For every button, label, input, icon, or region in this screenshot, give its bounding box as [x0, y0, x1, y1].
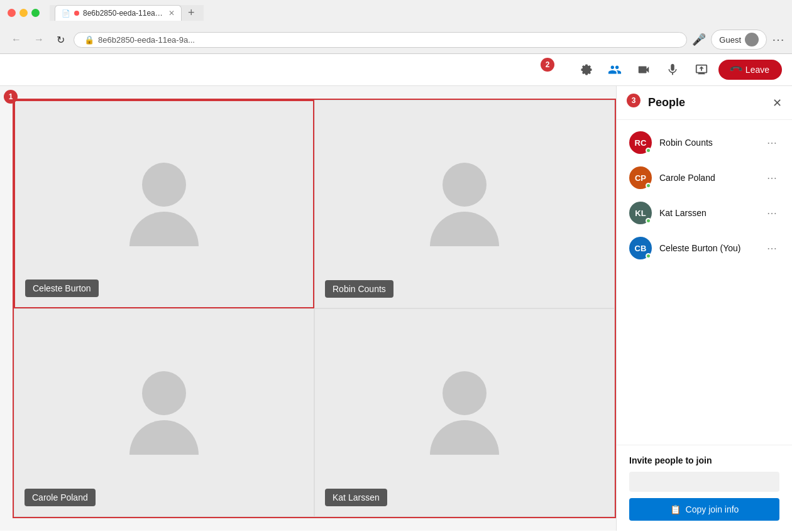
- share-screen-button[interactable]: [690, 59, 713, 80]
- online-indicator: [646, 218, 651, 224]
- person-name-carole: Carole Poland: [659, 173, 757, 183]
- page-icon: 📄: [62, 9, 70, 18]
- online-indicator: [646, 148, 651, 153]
- invite-section: Invite people to join 📋 Copy join info: [617, 445, 792, 531]
- person-more-robin[interactable]: ⋯: [764, 136, 779, 150]
- name-tag-celeste: Celeste Burton: [25, 280, 99, 297]
- tab-dot: [74, 11, 79, 16]
- close-traffic-light[interactable]: [8, 9, 16, 17]
- person-item-carole[interactable]: CP Carole Poland ⋯: [617, 160, 792, 195]
- mic-button[interactable]: [661, 59, 685, 80]
- leave-button[interactable]: 📞 Leave: [718, 60, 782, 80]
- video-grid: 1 Celeste Burton Robin Counts: [13, 99, 616, 518]
- traffic-lights: [8, 9, 40, 17]
- titlebar: 📄 8e6b2850-eeda-11ea-9a... ✕ +: [0, 0, 792, 26]
- guest-label: Guest: [719, 35, 741, 45]
- name-tag-robin: Robin Counts: [325, 280, 393, 298]
- back-button[interactable]: ←: [8, 33, 25, 46]
- person-more-carole[interactable]: ⋯: [764, 171, 779, 185]
- panel-header: 3 People ✕: [617, 86, 792, 120]
- new-tab-button[interactable]: +: [184, 6, 199, 19]
- annotation-2: 2: [541, 58, 554, 72]
- leave-label: Leave: [745, 65, 769, 75]
- online-indicator: [646, 183, 651, 188]
- settings-button[interactable]: [575, 60, 598, 80]
- person-name-celeste: Celeste Burton (You): [659, 243, 757, 253]
- person-item-robin[interactable]: RC Robin Counts ⋯: [617, 125, 792, 160]
- person-avatar-carole: CP: [629, 166, 652, 189]
- avatar-body: [430, 420, 499, 455]
- leave-icon: 📞: [729, 62, 744, 77]
- gear-icon: [580, 63, 593, 76]
- browser-mic-button[interactable]: 🎤: [692, 33, 706, 46]
- panel-title: People: [648, 96, 685, 109]
- browser-more-button[interactable]: ⋯: [772, 32, 784, 47]
- guest-profile-button[interactable]: Guest: [711, 30, 767, 50]
- person-name-kat: Kat Larssen: [659, 208, 757, 218]
- call-toolbar: 2: [0, 54, 792, 86]
- invite-title: Invite people to join: [629, 455, 779, 465]
- people-list: RC Robin Counts ⋯ CP Carole Poland ⋯: [617, 120, 792, 445]
- copy-join-info-button[interactable]: 📋 Copy join info: [629, 498, 779, 521]
- forward-button[interactable]: →: [30, 33, 48, 46]
- microphone-icon: [666, 63, 679, 77]
- browser-nav: ← → ↻ 🔒 8e6b2850-eeda-11ea-9a... 🎤 Guest…: [0, 26, 792, 53]
- tab-title: 8e6b2850-eeda-11ea-9a...: [83, 9, 165, 18]
- person-name-robin: Robin Counts: [659, 138, 757, 148]
- avatar-body: [129, 420, 199, 455]
- avatar-body: [430, 212, 499, 246]
- online-indicator: [646, 253, 651, 259]
- avatar-body: [129, 212, 199, 246]
- maximize-traffic-light[interactable]: [31, 9, 40, 17]
- refresh-button[interactable]: ↻: [53, 33, 69, 47]
- browser-chrome: 📄 8e6b2850-eeda-11ea-9a... ✕ + ← → ↻ 🔒 8…: [0, 0, 792, 54]
- annotation-3: 3: [627, 94, 641, 107]
- panel-close-button[interactable]: ✕: [773, 96, 782, 110]
- camera-button[interactable]: [632, 59, 656, 80]
- lock-icon: 🔒: [84, 35, 94, 45]
- person-item-celeste[interactable]: CB Celeste Burton (You) ⋯: [617, 231, 792, 266]
- people-button[interactable]: [603, 59, 627, 80]
- participants-icon: [608, 63, 622, 77]
- tab-close-button[interactable]: ✕: [168, 9, 175, 18]
- avatar-head: [142, 163, 186, 207]
- tab-bar: 📄 8e6b2850-eeda-11ea-9a... ✕ +: [50, 5, 204, 21]
- address-text: 8e6b2850-eeda-11ea-9a...: [98, 35, 195, 45]
- person-more-kat[interactable]: ⋯: [764, 206, 779, 220]
- invite-input-bar[interactable]: [629, 472, 779, 492]
- copy-btn-label: Copy join info: [686, 504, 739, 514]
- avatar-head: [443, 163, 487, 207]
- guest-avatar: [745, 33, 759, 46]
- avatar-head: [443, 371, 487, 415]
- name-tag-kat: Kat Larssen: [325, 489, 387, 506]
- video-cell-celeste: Celeste Burton: [14, 100, 314, 308]
- avatar-placeholder-kat: [430, 371, 499, 455]
- copy-icon: 📋: [670, 504, 681, 514]
- person-more-celeste[interactable]: ⋯: [764, 241, 779, 256]
- person-avatar-robin: RC: [629, 131, 652, 154]
- people-panel: 3 People ✕ RC Robin Counts ⋯ CP: [616, 86, 792, 531]
- person-avatar-kat: KL: [629, 202, 652, 224]
- minimize-traffic-light[interactable]: [19, 9, 28, 17]
- avatar-head: [142, 371, 186, 415]
- address-bar[interactable]: 🔒 8e6b2850-eeda-11ea-9a...: [74, 32, 687, 48]
- name-tag-carole: Carole Poland: [25, 489, 96, 506]
- browser-tab[interactable]: 📄 8e6b2850-eeda-11ea-9a... ✕: [55, 5, 182, 21]
- content-area: 1 Celeste Burton Robin Counts: [0, 86, 792, 531]
- avatar-placeholder-celeste: [129, 163, 199, 246]
- avatar-placeholder-carole: [129, 371, 199, 455]
- person-avatar-celeste: CB: [629, 237, 652, 259]
- app-container: 2: [0, 54, 792, 531]
- video-cell-carole: Carole Poland: [14, 308, 314, 517]
- person-item-kat[interactable]: KL Kat Larssen ⋯: [617, 195, 792, 231]
- avatar-placeholder-robin: [430, 163, 499, 246]
- annotation-1: 1: [4, 90, 18, 104]
- video-cell-robin: Robin Counts: [314, 100, 615, 308]
- badge-2: 2: [541, 58, 554, 72]
- video-cell-kat: Kat Larssen: [314, 308, 615, 517]
- camera-icon: [637, 63, 651, 77]
- share-screen-icon: [695, 63, 708, 77]
